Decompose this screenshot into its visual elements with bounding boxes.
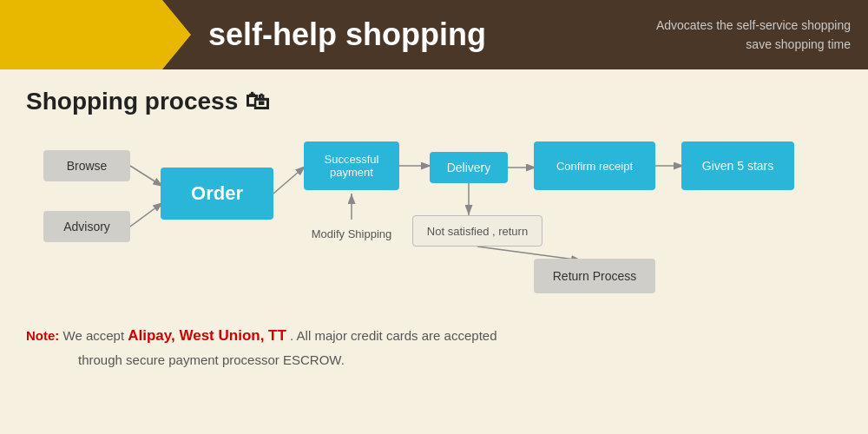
bag-icon: 🛍	[245, 87, 269, 115]
header-arrow	[0, 0, 191, 69]
shopping-process-section: Shopping process 🛍	[0, 69, 868, 315]
confirm-receipt-box: Confirm receipt	[534, 141, 655, 190]
section-title-text: Shopping process	[26, 88, 238, 115]
note-line2: through secure payment processor ESCROW.	[26, 349, 842, 372]
successful-payment-box: Successful payment	[304, 141, 399, 190]
advisory-box: Advisory	[43, 211, 130, 242]
note-label: Note:	[26, 328, 59, 343]
note-text2: . All major credit cards are accepted	[290, 328, 496, 343]
delivery-box: Delivery	[430, 152, 508, 183]
browse-box: Browse	[43, 150, 130, 181]
not-satisfied-box: Not satisfied , return	[412, 215, 542, 247]
note-bold1: Alipay, West Union, TT	[128, 327, 286, 344]
note-line1: Note: We accept Alipay, West Union, TT .…	[26, 324, 842, 349]
note-section: Note: We accept Alipay, West Union, TT .…	[0, 315, 868, 379]
note-text3: through secure payment processor ESCROW.	[78, 352, 345, 367]
flow-diagram: Browse Advisory Order Successful payment…	[35, 133, 833, 306]
header-title: self-help shopping	[208, 16, 656, 53]
svg-line-3	[130, 202, 163, 227]
order-box: Order	[161, 168, 273, 220]
svg-line-2	[130, 166, 163, 187]
header-subtitle: Advocates the self-service shopping save…	[656, 16, 868, 55]
given-5-stars-box: Given 5 stars	[681, 141, 794, 190]
note-text1: We accept	[63, 328, 128, 343]
section-title: Shopping process 🛍	[26, 87, 842, 115]
header: self-help shopping Advocates the self-se…	[0, 0, 868, 69]
modify-shipping-label: Modify Shipping	[295, 220, 408, 247]
svg-line-4	[273, 166, 306, 194]
return-process-box: Return Process	[534, 259, 655, 293]
